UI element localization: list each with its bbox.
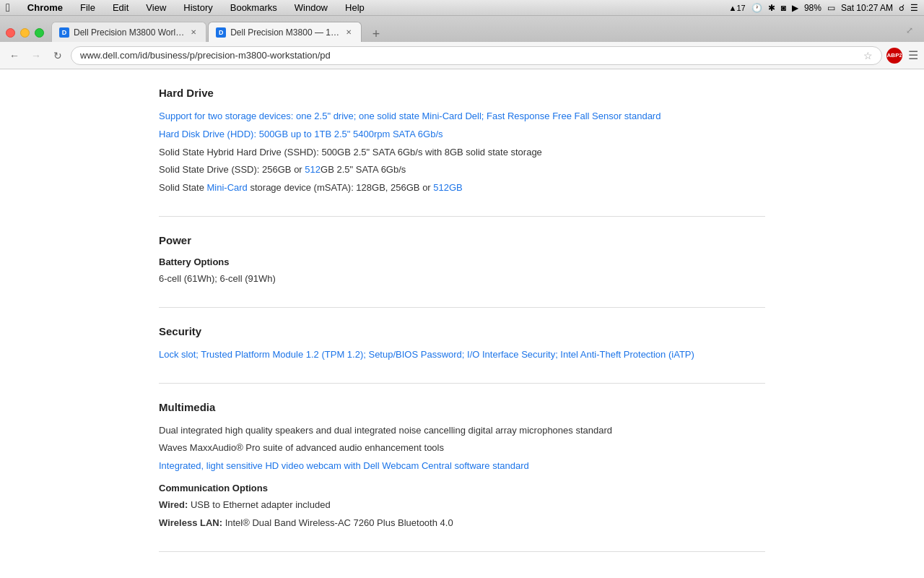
wireless-label: Wireless LAN: [159,517,222,528]
bookmark-star-icon[interactable]: ☆ [863,50,873,61]
hard-drive-section: Hard Drive Support for two storage devic… [159,69,765,217]
hard-drive-line-2: Hard Disk Drive (HDD): 500GB up to 1TB 2… [159,127,765,142]
tab-2-favicon: D [216,27,226,38]
tab-1-favicon: D [59,27,69,38]
multimedia-line-1: Dual integrated high quality speakers an… [159,423,765,439]
msata-512-link[interactable]: 512GB [433,182,462,193]
tab-2-close[interactable]: ✕ [344,27,354,38]
hard-drive-line-4: Solid State Drive (SSD): 256GB or 512GB … [159,163,765,178]
chrome-menu-icon[interactable]: ☰ [908,48,918,62]
security-text: Lock slot; Trusted Platform Module 1.2 (… [159,348,765,363]
wired-value: USB to Ethernet adapter included [191,499,331,510]
url-bar[interactable]: www.dell.com/id/business/p/precision-m38… [71,46,882,65]
tpm-link[interactable]: Trusted Platform Module 1.2 (TPM 1.2) [201,349,363,360]
wifi-icon: ◙ [781,3,786,13]
multimedia-line-2: Waves MaxxAudio® Pro suite of advanced a… [159,441,765,456]
wireless-value: Intel® Dual Band Wireless-AC 7260 Plus B… [225,517,453,528]
communication-title: Communication Options [159,483,765,493]
iatp-link[interactable]: iATP [671,349,691,360]
wireless-text: Wireless LAN: Intel® Dual Band Wireless-… [159,516,765,531]
mini-card-link[interactable]: Mini-Card Dell [422,111,481,121]
security-section: Security Lock slot; Trusted Platform Mod… [159,308,765,384]
page-content: Hard Drive Support for two storage devic… [0,69,924,578]
tab-1[interactable]: D Dell Precision M3800 Worl… ✕ [51,22,206,42]
menu-help[interactable]: Help [342,1,367,14]
power-title: Power [159,234,765,246]
url-text: www.dell.com/id/business/p/precision-m38… [80,50,859,61]
content-area: Hard Drive Support for two storage devic… [116,69,808,566]
menubar-status: ▲17 🕐 ✱ ◙ ▶ 98% ▭ Sat 10:27 AM ☌ ☰ [729,3,918,13]
resize-icon: ⤢ [901,22,918,39]
clock-icon: 🕐 [751,3,762,13]
list-icon[interactable]: ☰ [910,3,918,13]
battery-options-text: 6-cell (61Wh); 6-cell (91Wh) [159,272,765,287]
address-bar: ← → ↻ www.dell.com/id/business/p/precisi… [0,42,924,69]
mini-card-storage-link[interactable]: Mini-Card [207,182,248,193]
search-icon[interactable]: ☌ [899,3,905,13]
hdd-link[interactable]: 500GB up to 1TB 2.5" 5400rpm SATA 6Gb/s [259,129,443,139]
apple-icon[interactable]:  [6,1,10,14]
window-minimize-button[interactable] [20,28,30,38]
wired-label: Wired: [159,499,188,510]
hard-drive-line-1: Support for two storage devices: one 2.5… [159,109,765,124]
battery-options-title: Battery Options [159,256,765,267]
tab-bar: D Dell Precision M3800 Worl… ✕ D Dell Pr… [0,16,924,42]
time-display: Sat 10:27 AM [841,3,893,13]
hard-drive-title: Hard Drive [159,87,765,99]
back-button[interactable]: ← [6,47,23,64]
bluetooth-icon: ✱ [768,3,775,13]
tab-2[interactable]: D Dell Precision M3800 — 1… ✕ [208,22,362,42]
menu-bookmarks[interactable]: Bookmarks [227,1,280,14]
tab-list: D Dell Precision M3800 Worl… ✕ D Dell Pr… [51,22,386,42]
webcam-link[interactable]: Integrated, light sensitive HD video web… [159,460,529,471]
menu-history[interactable]: History [180,1,215,14]
menu-window[interactable]: Window [292,1,331,14]
battery-percent: 98% [804,3,821,13]
multimedia-line-3: Integrated, light sensitive HD video web… [159,459,765,474]
ssd-512-link[interactable]: 512 [305,164,321,175]
menu-chrome[interactable]: Chrome [25,1,66,14]
new-tab-button[interactable]: + [366,26,386,42]
tab-2-title: Dell Precision M3800 — 1… [230,27,339,38]
menu-edit[interactable]: Edit [110,1,131,14]
multimedia-title: Multimedia [159,401,765,413]
volume-icon: ▶ [792,3,798,13]
window-maximize-button[interactable] [35,28,44,38]
hard-drive-line-3: Solid State Hybrid Hard Drive (SSHD): 50… [159,145,765,160]
window-close-button[interactable] [6,28,15,38]
menu-bar:  Chrome File Edit View History Bookmark… [0,0,924,16]
power-section: Power Battery Options 6-cell (61Wh); 6-c… [159,217,765,308]
tab-1-title: Dell Precision M3800 Worl… [74,27,184,38]
forward-button[interactable]: → [27,47,45,64]
tab-1-close[interactable]: ✕ [188,27,199,38]
multimedia-section: Multimedia Dual integrated high quality … [159,384,765,552]
hard-drive-line-5: Solid State Mini-Card storage device (mS… [159,181,765,196]
menu-file[interactable]: File [77,1,98,14]
abp-badge[interactable]: ABP2 [886,48,902,64]
battery-icon: ▭ [827,3,835,13]
tabbar-right: ⤢ [901,22,918,42]
menu-view[interactable]: View [143,1,169,14]
wired-text: Wired: USB to Ethernet adapter included [159,498,765,513]
security-title: Security [159,325,765,337]
ai-icon: ▲17 [729,4,746,12]
reload-button[interactable]: ↻ [49,47,66,64]
lock-slot-link[interactable]: Lock slot [159,349,196,360]
